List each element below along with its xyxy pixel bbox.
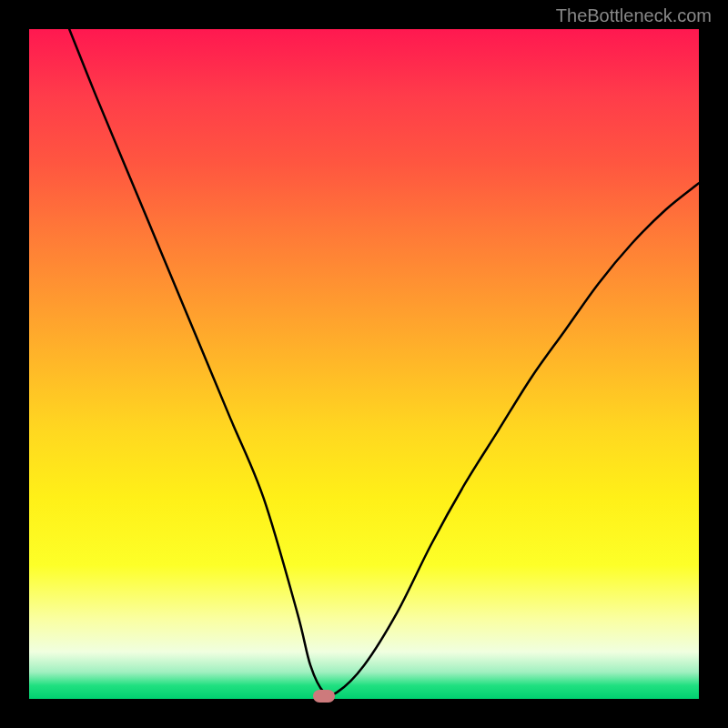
watermark-text: TheBottleneck.com [556, 5, 712, 26]
minimum-marker [313, 690, 335, 703]
chart-plot-area [29, 29, 699, 699]
bottleneck-curve [29, 29, 699, 699]
